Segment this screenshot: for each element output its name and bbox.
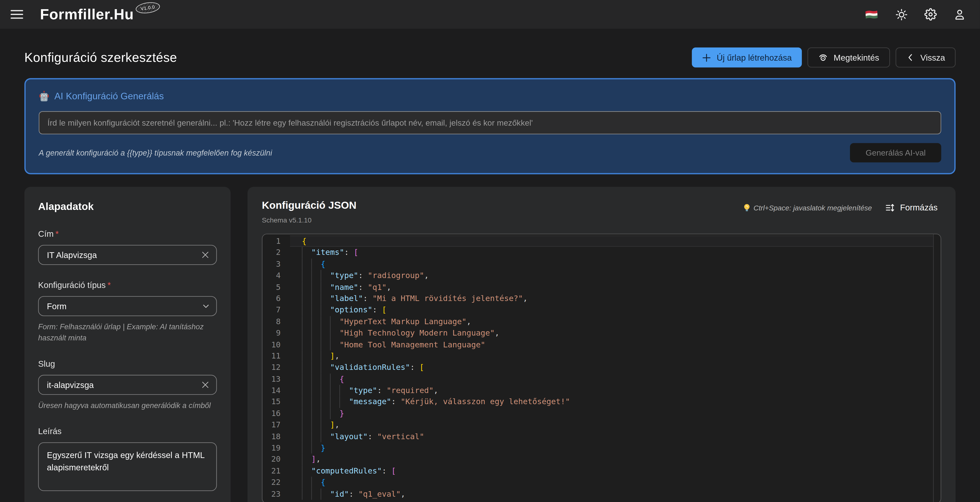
code-text[interactable]: "label": "Mi a HTML rövidítés jelentése?… (290, 293, 528, 305)
indent-guide (330, 408, 331, 419)
line-number[interactable]: 1 (262, 235, 290, 247)
settings-gear-icon[interactable] (924, 8, 937, 21)
line-number[interactable]: 7 (262, 304, 290, 316)
code-text[interactable]: "options": [ (290, 304, 387, 316)
code-line[interactable]: 14 "type": "required", (262, 385, 940, 396)
type-select[interactable]: Form (38, 296, 217, 316)
line-number[interactable]: 3 (262, 259, 290, 270)
code-text[interactable]: "name": "q1", (290, 281, 391, 293)
code-text[interactable]: "layout": "vertical" (290, 431, 424, 442)
theme-toggle-sun-icon[interactable] (896, 8, 907, 20)
code-text[interactable]: "Home Tool Management Language" (290, 339, 485, 351)
line-number[interactable]: 5 (262, 281, 290, 293)
line-number[interactable]: 15 (262, 396, 290, 408)
code-line[interactable]: 7 "options": [ (262, 304, 940, 316)
clear-title-icon[interactable] (200, 250, 210, 260)
indent-guide (311, 442, 312, 454)
menu-icon[interactable] (11, 10, 23, 19)
line-number[interactable]: 14 (262, 385, 290, 396)
line-number[interactable]: 20 (262, 454, 290, 465)
line-number[interactable]: 23 (262, 488, 290, 500)
line-number[interactable]: 18 (262, 431, 290, 442)
generate-ai-button[interactable]: Generálás AI-val (850, 143, 941, 162)
code-text[interactable]: ], (290, 351, 340, 362)
editor-scrollbar[interactable] (933, 234, 940, 502)
code-line[interactable]: 6 "label": "Mi a HTML rövidítés jelentés… (262, 293, 940, 305)
brand-logo[interactable]: Formfiller.Hu V1.0.0 (40, 5, 160, 24)
line-number[interactable]: 2 (262, 247, 290, 259)
code-line[interactable]: 22 { (262, 477, 940, 488)
slug-input[interactable] (38, 375, 217, 395)
code-line[interactable]: 11 ], (262, 351, 940, 362)
line-number[interactable]: 4 (262, 270, 290, 282)
code-line[interactable]: 16 } (262, 408, 940, 419)
code-line[interactable]: 10 "Home Tool Management Language" (262, 339, 940, 351)
indent-guide (302, 488, 302, 500)
code-text[interactable]: "HyperText Markup Language", (290, 316, 471, 327)
json-code-editor[interactable]: 1{2 "items": [3 {4 "type": "radiogroup",… (262, 234, 941, 502)
code-line[interactable]: 15 "message": "Kérjük, válasszon egy leh… (262, 396, 940, 408)
code-line[interactable]: 18 "layout": "vertical" (262, 431, 940, 442)
code-line[interactable]: 2 "items": [ (262, 247, 940, 259)
indent-guide (302, 408, 302, 419)
code-text[interactable]: { (290, 259, 325, 270)
code-text[interactable]: "validationRules": [ (290, 362, 424, 373)
indent-guide (321, 327, 321, 339)
json-tools: Ctrl+Space: javaslatok megjelenítése Fo (743, 202, 941, 213)
code-text[interactable]: "message": "Kérjük, válasszon egy lehető… (290, 396, 570, 408)
code-text[interactable]: "type": "required", (290, 385, 438, 396)
line-number[interactable]: 17 (262, 419, 290, 431)
code-line[interactable]: 21 "computedRules": [ (262, 465, 940, 477)
code-line[interactable]: 17 ], (262, 419, 940, 431)
new-form-button[interactable]: Új űrlap létrehozása (692, 48, 802, 68)
code-line[interactable]: 19 } (262, 442, 940, 454)
code-line[interactable]: 4 "type": "radiogroup", (262, 270, 940, 282)
indent-guide (321, 351, 321, 362)
code-text[interactable]: { (290, 373, 344, 385)
line-number[interactable]: 21 (262, 465, 290, 477)
description-textarea[interactable]: Egyszerű IT vizsga egy kérdéssel a HTML … (38, 442, 217, 491)
code-line[interactable]: 23 "id": "q1_eval", (262, 488, 940, 500)
line-number[interactable]: 8 (262, 316, 290, 327)
code-text[interactable]: ], (290, 419, 340, 431)
line-number[interactable]: 10 (262, 339, 290, 351)
code-line[interactable]: 1{ (262, 235, 940, 247)
title-input[interactable] (38, 245, 217, 265)
ai-prompt-input[interactable] (39, 111, 941, 134)
indent-guide (321, 408, 321, 419)
indent-guide (330, 373, 331, 385)
line-number[interactable]: 6 (262, 293, 290, 305)
code-line[interactable]: 5 "name": "q1", (262, 281, 940, 293)
code-text[interactable]: "High Technology Modern Language", (290, 327, 500, 339)
indent-guide (302, 454, 302, 465)
code-line[interactable]: 3 { (262, 259, 940, 270)
code-text[interactable]: } (290, 442, 325, 454)
code-text[interactable]: "items": [ (290, 247, 358, 259)
line-number[interactable]: 12 (262, 362, 290, 373)
line-number[interactable]: 13 (262, 373, 290, 385)
code-text[interactable]: "type": "radiogroup", (290, 270, 429, 282)
user-account-icon[interactable] (954, 8, 966, 20)
preview-eye-icon (818, 52, 828, 62)
code-text[interactable]: "id": "q1_eval", (290, 488, 405, 500)
code-text[interactable]: { (290, 235, 307, 247)
hungarian-flag-icon[interactable] (864, 9, 879, 19)
code-text[interactable]: "computedRules": [ (290, 465, 396, 477)
line-number[interactable]: 16 (262, 408, 290, 419)
back-button[interactable]: Vissza (896, 48, 956, 68)
code-line[interactable]: 20 ], (262, 454, 940, 465)
clear-slug-icon[interactable] (200, 380, 210, 390)
code-line[interactable]: 8 "HyperText Markup Language", (262, 316, 940, 327)
code-line[interactable]: 9 "High Technology Modern Language", (262, 327, 940, 339)
line-number[interactable]: 9 (262, 327, 290, 339)
code-text[interactable]: { (290, 477, 325, 488)
preview-button[interactable]: Megtekintés (807, 48, 890, 68)
line-number[interactable]: 11 (262, 351, 290, 362)
code-text[interactable]: ], (290, 454, 321, 465)
line-number[interactable]: 19 (262, 442, 290, 454)
code-line[interactable]: 12 "validationRules": [ (262, 362, 940, 373)
code-line[interactable]: 13 { (262, 373, 940, 385)
line-number[interactable]: 22 (262, 477, 290, 488)
format-button[interactable]: Formázás (881, 202, 941, 213)
code-text[interactable]: } (290, 408, 344, 419)
